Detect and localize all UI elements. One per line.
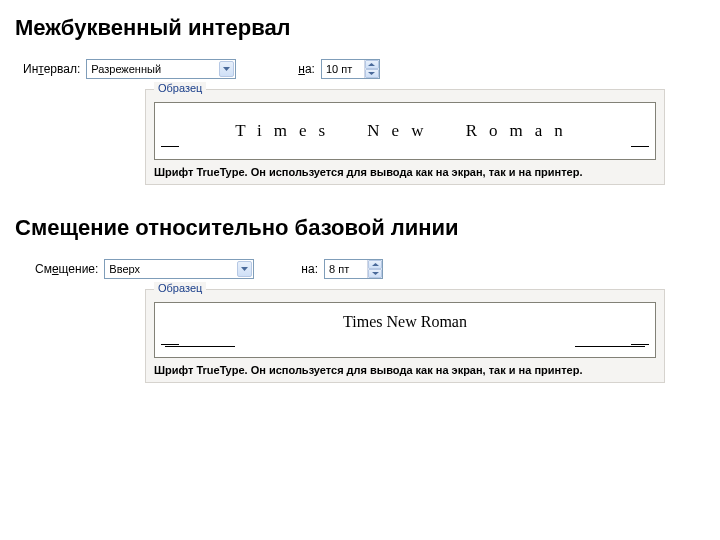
hint-text-1: Шрифт TrueType. Он используется для выво… xyxy=(154,166,656,178)
preview-label-1: Образец xyxy=(154,82,206,94)
on-label-1-post: а: xyxy=(305,62,315,76)
interval-label-post: ервал: xyxy=(44,62,81,76)
interval-label-pre: Ин xyxy=(23,62,38,76)
shift-spinner[interactable]: 8 пт xyxy=(324,259,383,279)
on-label-1-hot: н xyxy=(298,62,305,76)
shift-combo-value: Вверх xyxy=(109,263,140,275)
hint-text-2: Шрифт TrueType. Он используется для выво… xyxy=(154,364,656,376)
sample-text-raised: Times New Roman xyxy=(343,313,467,331)
shift-control-row: Смещение: Вверх на: 8 пт xyxy=(15,259,705,279)
sample-text-spaced: Times New Roman xyxy=(235,121,575,141)
svg-marker-0 xyxy=(223,67,230,71)
section-title-shift: Смещение относительно базовой линии xyxy=(15,215,705,241)
chevron-up-icon[interactable] xyxy=(368,260,382,269)
baseline-marker-left xyxy=(165,346,235,347)
spacing-spinner[interactable]: 10 пт xyxy=(321,59,380,79)
shift-spinner-value: 8 пт xyxy=(325,260,367,278)
preview-box-shift: Times New Roman xyxy=(154,302,656,358)
interval-combo-value: Разреженный xyxy=(91,63,161,75)
shift-label-pre: См xyxy=(35,262,52,276)
shift-label: Смещение: xyxy=(35,262,98,276)
chevron-down-icon[interactable] xyxy=(219,61,234,77)
preview-box-spacing: Times New Roman xyxy=(154,102,656,160)
section-title-spacing: Межбуквенный интервал xyxy=(15,15,705,41)
on-label-2: на: xyxy=(301,262,318,276)
chevron-down-icon[interactable] xyxy=(368,269,382,278)
chevron-down-icon[interactable] xyxy=(237,261,252,277)
svg-marker-2 xyxy=(368,72,375,75)
svg-marker-5 xyxy=(372,272,379,275)
interval-label: Интервал: xyxy=(23,62,80,76)
on-label-1: на: xyxy=(298,62,315,76)
interval-combo[interactable]: Разреженный xyxy=(86,59,236,79)
preview-group-spacing: Образец Times New Roman Шрифт TrueType. … xyxy=(145,89,665,185)
spacing-control-row: Интервал: Разреженный на: 10 пт xyxy=(15,59,705,79)
chevron-up-icon[interactable] xyxy=(365,60,379,69)
baseline-marker-right xyxy=(575,346,645,347)
shift-combo[interactable]: Вверх xyxy=(104,259,254,279)
chevron-down-icon[interactable] xyxy=(365,69,379,78)
svg-marker-3 xyxy=(241,267,248,271)
preview-label-2: Образец xyxy=(154,282,206,294)
svg-marker-4 xyxy=(372,263,379,266)
preview-group-shift: Образец Times New Roman Шрифт TrueType. … xyxy=(145,289,665,383)
shift-label-post: щение: xyxy=(59,262,99,276)
svg-marker-1 xyxy=(368,63,375,66)
shift-label-hot: е xyxy=(52,262,59,276)
spacing-spinner-value: 10 пт xyxy=(322,60,364,78)
